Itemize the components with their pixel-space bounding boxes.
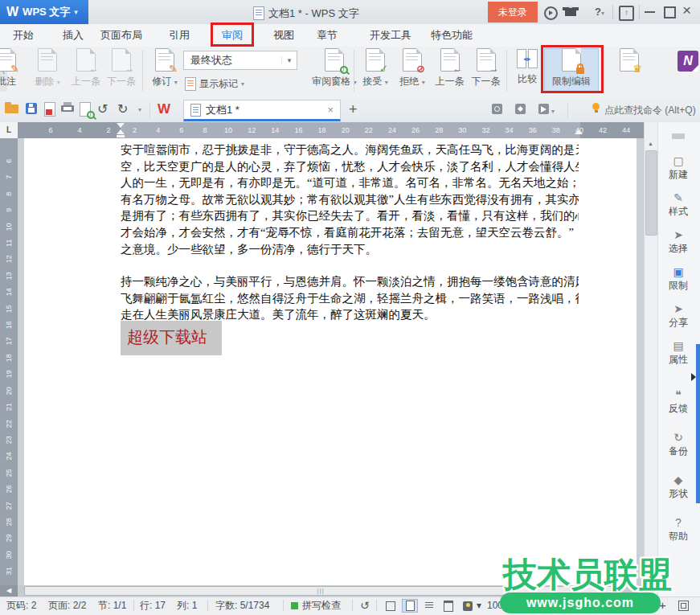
sidebar-item[interactable]: ▤ 属性	[657, 334, 699, 371]
reject-button[interactable]: ⊘ 拒绝 ▾	[394, 48, 431, 95]
sidebar-item[interactable]: ▢ 新建	[657, 150, 699, 187]
print-icon[interactable]	[61, 105, 74, 112]
undo-button[interactable]: ↺	[97, 101, 108, 117]
paragraph-2[interactable]: 持一颗纯净之心，与美丽平行，与恩德并肩。怀一颗淡泊之情，拥抱每一缕饱含诗意的清风…	[121, 273, 579, 323]
tab-section[interactable]: 章节	[309, 24, 346, 47]
tab-special-features[interactable]: 特色功能	[421, 24, 482, 47]
pages-status[interactable]: 页面: 2/2	[48, 597, 86, 614]
sidebar-expand-arrow[interactable]	[691, 373, 696, 381]
ruler-number: 4	[75, 122, 84, 138]
hide-ribbon-button[interactable]: ↑	[619, 6, 634, 21]
print-preview-icon[interactable]	[80, 102, 91, 117]
markup-state-combobox[interactable]: 最终状态 ▾	[183, 51, 297, 70]
previous-comment-button[interactable]: ← 上一条	[68, 48, 104, 95]
hanging-indent-marker[interactable]	[117, 129, 125, 134]
tab-view[interactable]: 视图	[265, 24, 302, 47]
delete-comment-button[interactable]: 删除 ▾	[27, 48, 68, 95]
app-menu-button[interactable]: W WPS 文字 ▾	[0, 0, 88, 24]
track-changes-button[interactable]: ✎ 修订 ▾	[146, 48, 183, 95]
previous-change-button[interactable]: ← 上一条	[432, 48, 468, 95]
sidebar-item[interactable]: ➤ 选择	[657, 223, 699, 260]
highlighted-selection[interactable]: 超级下载站	[121, 321, 222, 355]
find-command-hint[interactable]: 点此查找命令 (Alt+Q)	[604, 104, 696, 117]
redo-button[interactable]: ↻	[117, 101, 128, 117]
fit-page-button[interactable]	[678, 601, 689, 611]
share-flag-icon[interactable]	[538, 104, 549, 114]
magnifier-icon	[340, 66, 348, 74]
page-view-icon	[406, 601, 415, 611]
first-line-indent-marker[interactable]	[117, 123, 125, 128]
login-button[interactable]: 未登录	[488, 2, 538, 23]
wps-home-icon[interactable]: W	[158, 101, 170, 117]
maximize-button[interactable]	[664, 6, 676, 18]
sidebar-scroll-indicator[interactable]	[696, 344, 700, 503]
tab-page-layout[interactable]: 页面布局	[92, 24, 150, 47]
tab-stop-selector[interactable]: L	[0, 122, 18, 138]
sidebar-item[interactable]: ▣ 限制	[657, 260, 699, 297]
tab-review[interactable]: 审阅	[214, 24, 251, 47]
save-icon[interactable]	[26, 103, 37, 114]
tab-insert[interactable]: 插入	[55, 24, 92, 47]
horizontal-ruler[interactable]: 6 4 2 2468101214161820222426283032343638…	[18, 122, 657, 138]
close-tab-icon[interactable]: ×	[327, 104, 334, 116]
history-icon[interactable]	[492, 104, 502, 114]
sidebar-item[interactable]: ✎ 样式	[657, 187, 699, 223]
restrict-editing-button[interactable]: 限制编辑	[545, 48, 598, 95]
history-icon[interactable]: ↺	[360, 597, 370, 614]
tab-home[interactable]: 开始	[5, 24, 42, 47]
tab-references[interactable]: 引用	[161, 24, 198, 47]
line-status[interactable]: 行: 17	[140, 597, 166, 614]
section-status[interactable]: 节: 1/1	[98, 597, 126, 614]
sidebar-item[interactable]: ❝ 反馈	[657, 381, 699, 424]
tab-dev-tools[interactable]: 开发工具	[360, 24, 421, 47]
comment-button[interactable]: ✎ 批注	[0, 48, 27, 95]
vertical-ruler[interactable]: 6789101112131415161718192021222324252627…	[0, 138, 18, 585]
vertical-scrollbar-thumb[interactable]	[645, 150, 657, 236]
spellcheck-status[interactable]: 拼写检查	[302, 597, 341, 614]
right-indent-marker[interactable]	[575, 129, 583, 134]
docer-icon[interactable]	[515, 104, 526, 114]
web-view-button[interactable]	[440, 599, 456, 613]
next-comment-button[interactable]: → 下一条	[103, 48, 140, 95]
show-markup-button[interactable]: 显示标记 ▾	[185, 76, 244, 92]
open-file-icon[interactable]	[5, 105, 18, 113]
close-button[interactable]: ×	[682, 2, 691, 19]
assistant-icon[interactable]	[544, 6, 558, 20]
minimize-button[interactable]	[645, 11, 655, 13]
next-icon: →	[112, 48, 131, 72]
sidebar-item[interactable]: ? 帮助	[657, 509, 699, 551]
word-count-status[interactable]: 字数: 5/1734	[215, 597, 269, 614]
fullscreen-view-button[interactable]	[383, 599, 399, 613]
outline-view-button[interactable]	[421, 599, 437, 613]
chevron-down-icon[interactable]: ▾	[477, 597, 481, 614]
help-button[interactable]: ?▾	[595, 6, 604, 18]
paragraph-1[interactable]: 安于喧嚣闹市，忍于挑拨是非，守于德高之人。海阔凭鱼跃，天高任鸟飞，比海更阔的是天…	[121, 141, 579, 257]
sidebar-item-icon: ?	[675, 517, 682, 529]
accept-button[interactable]: ✓ 接受 ▾	[357, 48, 394, 95]
quick-access-dropdown[interactable]: ▾	[138, 106, 141, 113]
scroll-up-button[interactable]: ▲	[644, 139, 657, 149]
sidebar-item[interactable]: ➤ 分享	[657, 297, 699, 334]
scroll-left-button[interactable]: ◀	[0, 585, 18, 597]
document-tab[interactable]: 文档1 * ×	[183, 100, 341, 121]
left-indent-marker[interactable]	[117, 135, 125, 137]
sidebar-item-icon: ◆	[674, 474, 683, 486]
compare-button[interactable]: ◂▸ 比较	[510, 48, 545, 95]
next-change-button[interactable]: → 下一条	[468, 48, 504, 95]
review-pane-button[interactable]: 审阅窗格 ▾	[309, 48, 360, 95]
web-view-icon	[444, 601, 453, 612]
page-view-button[interactable]	[402, 599, 418, 613]
new-tab-button[interactable]: +	[349, 101, 358, 118]
sidebar-item[interactable]: ◆ 形状	[657, 466, 699, 509]
sidebar-item[interactable]: ↻ 备份	[657, 424, 699, 466]
sidebar-item-icon: ✎	[673, 192, 683, 204]
document-permission-button[interactable]: ♛	[606, 48, 653, 95]
column-status[interactable]: 列: 1	[177, 597, 197, 614]
onenote-icon[interactable]: N	[677, 51, 698, 72]
export-pdf-icon[interactable]	[44, 102, 55, 117]
divider	[207, 600, 208, 611]
page-number-status[interactable]: 页码: 2	[6, 597, 36, 614]
skin-icon[interactable]	[565, 7, 576, 16]
previous-icon: ←	[76, 48, 96, 72]
eye-protect-button[interactable]	[460, 599, 476, 613]
